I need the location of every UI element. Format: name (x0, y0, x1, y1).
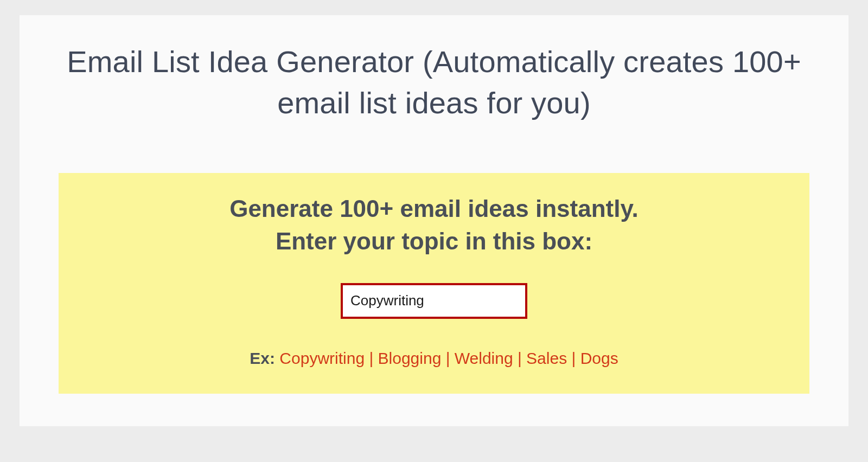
prompt-box: Generate 100+ email ideas instantly. Ent… (59, 173, 809, 394)
content-card: Email List Idea Generator (Automatically… (20, 15, 848, 426)
examples-list: Copywriting | Blogging | Welding | Sales… (279, 349, 618, 367)
example-separator: | (513, 349, 526, 367)
prompt-heading: Generate 100+ email ideas instantly. Ent… (91, 193, 777, 257)
examples-line: Ex: Copywriting | Blogging | Welding | S… (91, 349, 777, 368)
example-separator: | (567, 349, 580, 367)
example-link-dogs[interactable]: Dogs (580, 349, 618, 367)
example-link-welding[interactable]: Welding (455, 349, 513, 367)
example-link-copywriting[interactable]: Copywriting (279, 349, 365, 367)
examples-label: Ex: (250, 349, 275, 367)
prompt-heading-line2: Enter your topic in this box: (276, 228, 592, 254)
topic-input[interactable] (341, 283, 527, 319)
example-link-blogging[interactable]: Blogging (378, 349, 442, 367)
prompt-heading-line1: Generate 100+ email ideas instantly. (229, 195, 639, 222)
example-separator: | (441, 349, 454, 367)
outer-container: Email List Idea Generator (Automatically… (0, 0, 868, 426)
example-link-sales[interactable]: Sales (526, 349, 567, 367)
example-separator: | (365, 349, 378, 367)
page-title: Email List Idea Generator (Automatically… (59, 41, 809, 123)
